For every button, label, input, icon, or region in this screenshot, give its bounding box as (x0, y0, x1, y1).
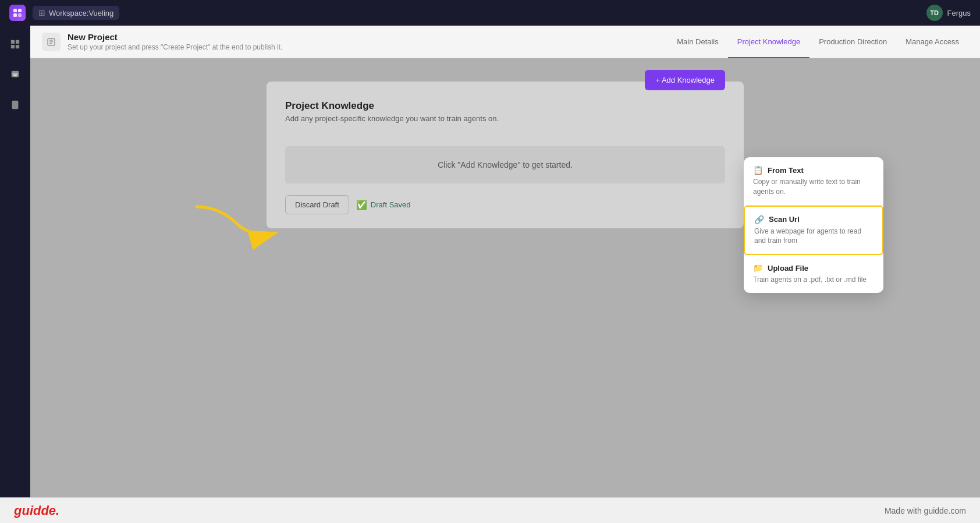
add-knowledge-button[interactable]: + Add Knowledge (645, 70, 725, 90)
from-text-icon: 📋 (753, 165, 763, 175)
svg-rect-2 (13, 13, 17, 17)
section-title-group: Project Knowledge Add any project-specif… (285, 100, 499, 135)
dropdown-upload-file[interactable]: 📁 Upload File Train agents on a .pdf, .t… (744, 255, 883, 293)
workspace-selector[interactable]: ⊞ Workspace:Vueling (33, 6, 119, 20)
svg-rect-7 (16, 45, 19, 48)
user-avatar: TD (926, 5, 943, 21)
tab-main-details[interactable]: Main Details (667, 26, 728, 58)
sidebar-grid-icon[interactable] (6, 35, 24, 54)
topbar-right: TD Fergus (926, 5, 971, 21)
svg-rect-6 (11, 45, 15, 48)
footer-actions: Discard Draft ✅ Draft Saved (285, 195, 725, 214)
sidebar (0, 26, 30, 497)
project-title-group: New Project Set up your project and pres… (68, 32, 282, 51)
section-header: Project Knowledge Add any project-specif… (285, 100, 725, 135)
dropdown-from-text[interactable]: 📋 From Text Copy or manually write text … (744, 157, 883, 206)
tab-manage-access[interactable]: Manage Access (896, 26, 968, 58)
guidde-logo: guidde. (14, 503, 59, 518)
project-nav: Main Details Project Knowledge Productio… (667, 26, 968, 58)
project-subtitle: Set up your project and press "Create Pr… (68, 43, 282, 51)
project-icon (42, 33, 61, 51)
draft-saved-icon: ✅ (356, 200, 367, 210)
discard-draft-button[interactable]: Discard Draft (285, 195, 349, 214)
guidde-tagline: Made with guidde.com (885, 506, 966, 515)
section-subtitle: Add any project-specific knowledge you w… (285, 114, 499, 123)
workspace-label: Workspace:Vueling (49, 9, 113, 17)
scan-url-icon: 🔗 (754, 215, 764, 224)
project-info: New Project Set up your project and pres… (42, 32, 282, 51)
user-name: Fergus (947, 9, 971, 17)
svg-rect-1 (18, 9, 22, 12)
draft-saved-indicator: ✅ Draft Saved (356, 200, 411, 210)
add-knowledge-dropdown: 📋 From Text Copy or manually write text … (744, 157, 883, 293)
app-logo (9, 5, 26, 21)
svg-rect-0 (13, 9, 17, 12)
empty-placeholder: Click "Add Knowledge" to get started. (285, 146, 725, 183)
tab-project-knowledge[interactable]: Project Knowledge (728, 26, 809, 58)
sidebar-inbox-icon[interactable] (6, 65, 24, 84)
tab-production-direction[interactable]: Production Direction (809, 26, 896, 58)
content-panel: Project Knowledge Add any project-specif… (267, 82, 744, 228)
topbar-left: ⊞ Workspace:Vueling (9, 5, 119, 21)
section-title: Project Knowledge (285, 100, 499, 112)
main-content: Project Knowledge Add any project-specif… (30, 58, 980, 497)
dropdown-scan-url[interactable]: 🔗 Scan Url Give a webpage for agents to … (744, 206, 883, 256)
svg-rect-5 (16, 40, 19, 44)
workspace-icon: ⊞ (38, 8, 45, 17)
svg-rect-3 (18, 13, 22, 17)
sidebar-book-icon[interactable] (6, 96, 24, 114)
bottom-bar: guidde. Made with guidde.com (0, 497, 980, 523)
project-header: New Project Set up your project and pres… (30, 26, 980, 58)
upload-file-icon: 📁 (753, 263, 763, 273)
topbar: ⊞ Workspace:Vueling TD Fergus (0, 0, 980, 26)
svg-rect-4 (11, 40, 15, 44)
project-title: New Project (68, 32, 282, 42)
